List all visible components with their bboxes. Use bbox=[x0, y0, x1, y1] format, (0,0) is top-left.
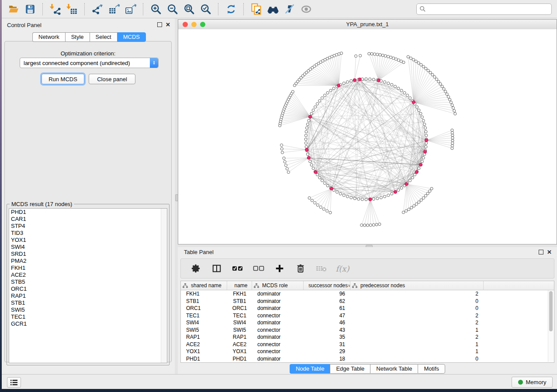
table-scrollbar[interactable] bbox=[548, 290, 554, 362]
table-cell: 18 bbox=[304, 356, 350, 362]
table-cell: RAP1 bbox=[181, 334, 227, 340]
table-row[interactable]: TEC1TEC1connector472 bbox=[181, 312, 554, 320]
tab-edge-table[interactable]: Edge Table bbox=[330, 364, 370, 374]
close-panel-button[interactable]: Close panel bbox=[89, 74, 135, 84]
table-body: FKH1FKH1dominator962STB1STB1dominator620… bbox=[181, 290, 554, 362]
export-image-icon[interactable] bbox=[123, 2, 138, 16]
search-input[interactable] bbox=[426, 6, 549, 13]
clone-network-icon[interactable] bbox=[249, 2, 264, 16]
list-item[interactable]: SWI4 bbox=[9, 244, 167, 251]
run-mcds-button[interactable]: Run MCDS bbox=[42, 74, 84, 84]
vertical-split-divider[interactable] bbox=[175, 18, 178, 375]
table-cell: 62 bbox=[304, 298, 350, 304]
table-cell: 2 bbox=[350, 313, 484, 319]
table-row[interactable]: FKH1FKH1dominator962 bbox=[181, 290, 554, 298]
column-header[interactable]: predecessor nodes bbox=[350, 281, 484, 290]
list-item[interactable]: STP4 bbox=[9, 223, 167, 230]
list-item[interactable]: TEC1 bbox=[9, 313, 167, 320]
toolbar-separator bbox=[84, 3, 85, 15]
memory-label: Memory bbox=[526, 379, 547, 385]
list-item[interactable]: ACE2 bbox=[9, 272, 167, 279]
column-header[interactable]: shared name bbox=[181, 281, 227, 290]
import-network-icon[interactable] bbox=[48, 2, 63, 16]
mcds-list-scrollbar[interactable] bbox=[161, 209, 167, 363]
memory-button[interactable]: Memory bbox=[512, 377, 553, 388]
list-item[interactable]: TID3 bbox=[9, 230, 167, 237]
table-row[interactable]: PHD1PHD1dominator180 bbox=[181, 355, 554, 363]
table-row[interactable]: RAP1RAP1dominator352 bbox=[181, 334, 554, 341]
list-item[interactable]: STB1 bbox=[9, 299, 167, 306]
tab-network[interactable]: Network bbox=[32, 32, 65, 42]
refresh-icon[interactable] bbox=[224, 2, 239, 16]
log-console-button[interactable] bbox=[7, 377, 21, 388]
network-search-field[interactable] bbox=[416, 3, 552, 15]
list-item[interactable]: SRD1 bbox=[9, 251, 167, 258]
table-row[interactable]: YOX1YOX1connector291 bbox=[181, 348, 554, 355]
table-cell: 1 bbox=[350, 327, 484, 333]
control-panel: Control Panel ✕ Network Style Select MCD… bbox=[2, 18, 175, 375]
list-item[interactable]: SWI5 bbox=[9, 306, 167, 313]
table-options-icon[interactable] bbox=[188, 261, 203, 275]
export-table-icon[interactable] bbox=[107, 2, 121, 16]
tab-network-table[interactable]: Network Table bbox=[370, 364, 418, 374]
list-item[interactable]: PMA2 bbox=[9, 258, 167, 265]
close-panel-icon[interactable]: ✕ bbox=[166, 23, 170, 27]
list-item[interactable]: FKH1 bbox=[9, 265, 167, 272]
table-cell: connector bbox=[252, 341, 304, 347]
list-item[interactable]: STB5 bbox=[9, 279, 167, 285]
table-cell: PHD1 bbox=[181, 356, 227, 362]
control-panel-title: Control Panel bbox=[7, 22, 42, 28]
zoom-fit-icon[interactable] bbox=[182, 2, 197, 16]
criterion-select[interactable]: largest connected component (undirected)… bbox=[20, 58, 159, 68]
select-all-icon[interactable] bbox=[230, 261, 245, 275]
table-row[interactable]: STB1STB1dominator620 bbox=[181, 298, 554, 305]
show-graphics-details-icon[interactable] bbox=[299, 2, 314, 16]
column-header[interactable]: MCDS role bbox=[252, 281, 304, 290]
tab-mcds[interactable]: MCDS bbox=[117, 32, 146, 42]
delete-column-icon[interactable] bbox=[293, 261, 308, 275]
save-icon[interactable] bbox=[23, 2, 38, 16]
add-column-icon[interactable] bbox=[272, 261, 287, 275]
deselect-all-icon[interactable] bbox=[251, 261, 266, 275]
zoom-selected-icon[interactable] bbox=[198, 2, 213, 16]
float-panel-icon[interactable] bbox=[157, 22, 162, 27]
hide-graphics-details-icon[interactable] bbox=[282, 2, 297, 16]
scrollbar-thumb[interactable] bbox=[549, 291, 553, 331]
close-panel-icon[interactable]: ✕ bbox=[547, 250, 552, 254]
app-window: Control Panel ✕ Network Style Select MCD… bbox=[2, 0, 557, 389]
table-row[interactable]: SWI4SWI4dominator462 bbox=[181, 319, 554, 327]
search-icon bbox=[419, 6, 426, 12]
table-cell: SWI5 bbox=[181, 327, 227, 333]
table-cell: YOX1 bbox=[227, 348, 252, 354]
search-network-icon[interactable] bbox=[266, 2, 280, 16]
column-header[interactable]: name bbox=[227, 281, 252, 290]
table-row[interactable]: SWI5SWI5connector431 bbox=[181, 327, 554, 334]
list-item[interactable]: GCR1 bbox=[9, 320, 167, 327]
column-header[interactable]: successor nodes∨ bbox=[304, 281, 350, 290]
network-graph[interactable] bbox=[178, 29, 557, 244]
zoom-in-icon[interactable] bbox=[149, 2, 163, 16]
table-row[interactable]: ACE2ACE2connector311 bbox=[181, 341, 554, 348]
network-canvas[interactable] bbox=[178, 29, 557, 244]
tab-node-table[interactable]: Node Table bbox=[290, 364, 330, 374]
list-item[interactable]: PHD1 bbox=[9, 209, 167, 216]
zoom-out-icon[interactable] bbox=[165, 2, 180, 16]
table-cell: 0 bbox=[350, 356, 484, 362]
open-file-icon[interactable] bbox=[6, 2, 21, 16]
list-item[interactable]: CAR1 bbox=[9, 216, 167, 223]
network-window-titlebar[interactable]: YPA_prune.txt_1 bbox=[178, 20, 557, 30]
list-item[interactable]: RAP1 bbox=[9, 292, 167, 299]
tab-select[interactable]: Select bbox=[90, 32, 117, 42]
float-panel-icon[interactable] bbox=[539, 250, 543, 254]
table-row[interactable]: ORC1ORC1dominator610 bbox=[181, 305, 554, 312]
toolbar-separator bbox=[143, 3, 144, 15]
tab-style[interactable]: Style bbox=[65, 32, 90, 42]
export-network-icon[interactable] bbox=[90, 2, 105, 16]
split-view-icon[interactable] bbox=[209, 261, 224, 275]
memory-status-icon bbox=[518, 380, 523, 385]
list-item[interactable]: YOX1 bbox=[9, 237, 167, 244]
import-table-icon[interactable] bbox=[65, 2, 80, 16]
list-item[interactable]: ORC1 bbox=[9, 285, 167, 292]
tab-motifs[interactable]: Motifs bbox=[418, 364, 445, 374]
table-cell: SWI5 bbox=[227, 327, 252, 333]
